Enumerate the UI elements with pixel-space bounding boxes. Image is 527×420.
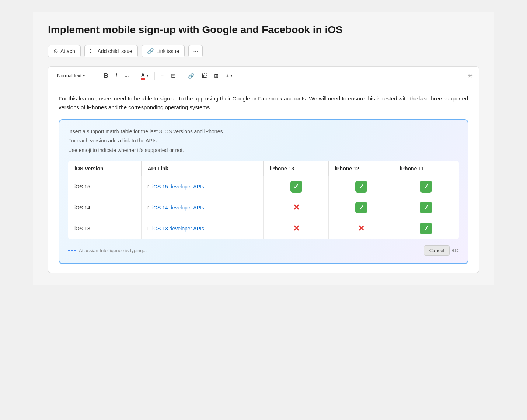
add-child-issue-button[interactable]: ⛶ Add child issue — [84, 45, 138, 57]
bold-button[interactable]: B — [101, 71, 111, 81]
apple-logo-icon:  — [147, 226, 149, 232]
chevron-down-icon: ▾ — [83, 73, 85, 78]
insert-table-icon: ⊞ — [214, 73, 219, 79]
page-container: Implement mobile sign-up with Google and… — [33, 12, 494, 285]
bullet-list-button[interactable]: ≡ — [158, 71, 167, 81]
col-header-iphone12: iPhone 12 — [329, 161, 394, 176]
ios-version-cell: iOS 13 — [69, 218, 142, 239]
page-title: Implement mobile sign-up with Google and… — [48, 24, 479, 36]
col-header-iphone11: iPhone 11 — [394, 161, 458, 176]
color-chevron-icon: ▾ — [146, 73, 149, 78]
insert-image-icon: 🖼 — [202, 73, 207, 79]
format-toolbar: Normal text ▾ B I ··· A ▾ ≡ ⊟ — [48, 67, 479, 85]
ios-version-cell: iOS 14 — [69, 197, 142, 218]
attach-icon: ⊙ — [53, 48, 58, 54]
table-row: iOS 13  iOS 13 developer APIs ✕ ✕ — [69, 218, 459, 239]
api-link-cell:  iOS 15 developer APIs — [142, 176, 264, 197]
typing-dot-1 — [68, 250, 70, 251]
add-element-button[interactable]: + ▾ — [223, 71, 235, 81]
insert-table-button[interactable]: ⊞ — [211, 71, 221, 81]
check-icon: ✓ — [420, 223, 432, 234]
ai-panel: Insert a support matrix table for the la… — [59, 119, 468, 264]
ios15-api-link[interactable]: iOS 15 developer APIs — [152, 184, 204, 190]
cancel-button[interactable]: Cancel — [424, 245, 450, 256]
check-icon: ✓ — [355, 181, 367, 193]
insert-link-button[interactable]: 🔗 — [185, 71, 197, 81]
support-matrix-table: iOS Version API Link iPhone 13 iPhone 12… — [68, 161, 459, 239]
ai-instruction-3: Use emoji to indicate whether it's suppo… — [68, 146, 459, 155]
text-style-label: Normal text — [57, 73, 81, 78]
iphone13-support-cell: ✕ — [264, 197, 329, 218]
iphone13-support-cell: ✓ — [264, 176, 329, 197]
attach-button[interactable]: ⊙ Attach — [48, 45, 81, 57]
link-issue-label: Link issue — [156, 48, 179, 54]
more-options-button[interactable]: ··· — [188, 45, 203, 57]
ios-version-cell: iOS 15 — [69, 176, 142, 197]
typing-dot-3 — [74, 250, 76, 251]
text-style-button[interactable]: Normal text ▾ — [54, 71, 95, 80]
ai-instruction-2: For each version add a link to the APIs. — [68, 137, 459, 145]
more-format-icon: ··· — [125, 73, 129, 79]
typing-dot-2 — [71, 250, 73, 251]
attach-label: Attach — [60, 48, 75, 54]
iphone11-support-cell: ✓ — [394, 197, 458, 218]
insert-image-button[interactable]: 🖼 — [199, 71, 210, 81]
add-chevron-icon: ▾ — [230, 73, 233, 78]
cross-icon: ✕ — [290, 223, 302, 234]
text-color-button[interactable]: A ▾ — [138, 70, 151, 81]
iphone13-support-cell: ✕ — [264, 218, 329, 239]
iphone12-support-cell: ✓ — [329, 197, 394, 218]
more-format-button[interactable]: ··· — [122, 71, 132, 81]
separator-2 — [135, 72, 135, 80]
ios13-api-link[interactable]: iOS 13 developer APIs — [152, 226, 204, 232]
cross-icon: ✕ — [290, 202, 302, 213]
more-label: ··· — [193, 48, 198, 54]
api-link-cell:  iOS 13 developer APIs — [142, 218, 264, 239]
check-icon: ✓ — [420, 181, 432, 193]
bullet-list-icon: ≡ — [161, 73, 164, 79]
ai-footer-buttons: Cancel esc — [424, 245, 459, 256]
ai-sparkle-icon: ✳ — [467, 72, 473, 80]
table-row: iOS 15  iOS 15 developer APIs ✓ ✓ — [69, 176, 459, 197]
cross-icon: ✕ — [355, 223, 367, 234]
ai-instruction-1: Insert a support matrix table for the la… — [68, 127, 459, 136]
toolbar-row: ⊙ Attach ⛶ Add child issue 🔗 Link issue … — [48, 45, 479, 57]
editor-content: For this feature, users need to be able … — [48, 85, 479, 273]
body-text: For this feature, users need to be able … — [59, 94, 468, 112]
check-icon: ✓ — [420, 202, 432, 213]
bold-icon: B — [104, 73, 108, 79]
ai-footer: Atlassian Intelligence is typing... Canc… — [68, 245, 459, 256]
esc-label: esc — [452, 248, 459, 253]
apple-logo-icon:  — [147, 184, 149, 190]
typing-dots — [68, 250, 76, 251]
iphone12-support-cell: ✓ — [329, 176, 394, 197]
link-icon: 🔗 — [147, 48, 154, 54]
iphone11-support-cell: ✓ — [394, 218, 458, 239]
numbered-list-icon: ⊟ — [171, 73, 176, 79]
insert-link-icon: 🔗 — [188, 73, 194, 79]
ai-instructions: Insert a support matrix table for the la… — [68, 127, 459, 155]
ai-typing-indicator: Atlassian Intelligence is typing... — [68, 248, 147, 253]
add-icon: + — [226, 73, 229, 79]
apple-logo-icon:  — [147, 205, 149, 211]
editor-area: Normal text ▾ B I ··· A ▾ ≡ ⊟ — [48, 66, 479, 273]
check-icon: ✓ — [290, 181, 302, 193]
numbered-list-button[interactable]: ⊟ — [168, 71, 179, 81]
text-color-icon: A — [141, 72, 145, 80]
italic-button[interactable]: I — [113, 71, 120, 81]
separator-4 — [182, 72, 182, 80]
check-icon: ✓ — [355, 202, 367, 213]
child-issue-icon: ⛶ — [90, 48, 95, 54]
separator-3 — [154, 72, 155, 80]
api-link-cell:  iOS 14 developer APIs — [142, 197, 264, 218]
col-header-api-link: API Link — [142, 161, 264, 176]
add-child-label: Add child issue — [98, 48, 132, 54]
col-header-ios-version: iOS Version — [69, 161, 142, 176]
iphone11-support-cell: ✓ — [394, 176, 458, 197]
col-header-iphone13: iPhone 13 — [264, 161, 329, 176]
table-header-row: iOS Version API Link iPhone 13 iPhone 12… — [69, 161, 459, 176]
link-issue-button[interactable]: 🔗 Link issue — [142, 45, 185, 57]
ios14-api-link[interactable]: iOS 14 developer APIs — [152, 205, 204, 211]
italic-icon: I — [116, 73, 117, 79]
separator-1 — [98, 72, 98, 80]
